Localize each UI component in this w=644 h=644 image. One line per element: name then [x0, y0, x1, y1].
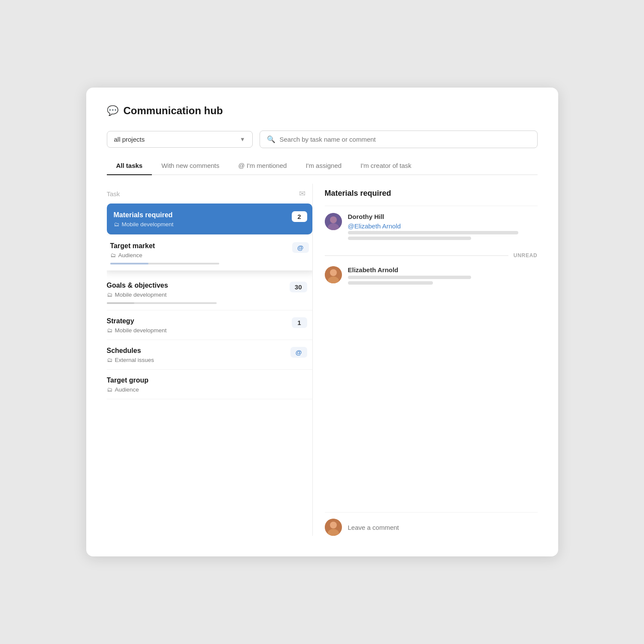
folder-icon: 🗂 [107, 357, 112, 363]
task-name: Strategy [107, 317, 167, 325]
comments-list: Dorothy Hill @Elizabeth Arnold UNREAD [325, 206, 538, 512]
task-progress-bar [110, 263, 220, 264]
task-project: 🗂 Mobile development [107, 292, 168, 298]
comment-line [348, 281, 433, 285]
comment-line [348, 237, 471, 240]
toolbar: all projects ▼ 🔍 [107, 131, 538, 148]
search-input[interactable] [280, 136, 530, 143]
app-window: 💬 Communication hub all projects ▼ 🔍 All… [86, 88, 558, 556]
comment-input[interactable] [348, 524, 538, 531]
task-project: 🗂 External issues [107, 357, 154, 363]
chat-icon: 💬 [107, 105, 118, 116]
app-title: Communication hub [124, 105, 223, 117]
folder-icon: 🗂 [114, 221, 119, 228]
task-name: Schedules [107, 347, 154, 355]
chevron-down-icon: ▼ [240, 136, 245, 143]
task-progress-fill [110, 263, 148, 264]
task-column-label: Task [107, 190, 120, 197]
header: 💬 Communication hub [107, 105, 538, 117]
avatar [325, 266, 342, 283]
task-list-header: Task ✉ [107, 184, 312, 204]
tab-new-comments[interactable]: With new comments [152, 157, 229, 175]
project-select[interactable]: all projects ▼ [107, 131, 253, 148]
task-badge-at: @ [292, 242, 309, 253]
task-badge: 2 [292, 211, 307, 222]
comment-line [348, 231, 519, 234]
task-list: Materials required 🗂 Mobile development … [107, 204, 312, 536]
main-content: Task ✉ Materials required 🗂 Mobile devel… [107, 184, 538, 536]
detail-panel: Materials required Dorothy Hill @Elizabe… [313, 184, 538, 536]
svg-point-1 [330, 216, 337, 223]
task-project: 🗂 Mobile development [114, 221, 174, 228]
folder-icon: 🗂 [107, 327, 112, 334]
svg-point-7 [330, 522, 337, 529]
folder-icon: 🗂 [107, 292, 112, 298]
search-icon: 🔍 [267, 135, 275, 143]
task-badge: 1 [292, 317, 307, 328]
task-project: 🗂 Mobile development [107, 327, 167, 334]
task-progress-fill [107, 302, 134, 304]
folder-icon: 🗂 [110, 252, 116, 258]
task-name: Materials required [114, 211, 174, 219]
task-name: Target market [110, 242, 155, 250]
user-avatar [325, 519, 342, 536]
task-badge: 30 [290, 282, 307, 292]
task-project: 🗂 Audience [110, 252, 155, 258]
comment-body: Elizabeth Arnold [348, 266, 538, 287]
detail-task-title: Materials required [325, 184, 538, 206]
folder-icon: 🗂 [107, 386, 112, 393]
envelope-icon: ✉ [299, 189, 305, 198]
task-project: 🗂 Audience [107, 386, 148, 393]
comment-author: Elizabeth Arnold [348, 266, 538, 273]
task-item-strategy[interactable]: Strategy 🗂 Mobile development 1 [107, 310, 312, 340]
comment-line [348, 276, 471, 279]
comment-input-area [325, 512, 538, 536]
project-select-value: all projects [114, 136, 145, 143]
tab-all-tasks[interactable]: All tasks [107, 157, 152, 175]
comment-item: Dorothy Hill @Elizabeth Arnold [325, 213, 538, 242]
tabs-bar: All tasks With new comments @ I'm mentio… [107, 157, 538, 175]
comment-item: Elizabeth Arnold [325, 266, 538, 287]
unread-label: UNREAD [514, 252, 538, 258]
task-name: Target group [107, 377, 148, 384]
search-box: 🔍 [260, 131, 538, 148]
svg-point-4 [330, 269, 337, 276]
task-item-schedules[interactable]: Schedules 🗂 External issues @ [107, 340, 312, 370]
unread-divider: UNREAD [325, 252, 538, 258]
task-item-materials-required[interactable]: Materials required 🗂 Mobile development … [107, 204, 312, 234]
tab-mentioned[interactable]: @ I'm mentioned [229, 157, 296, 175]
tab-assigned[interactable]: I'm assigned [296, 157, 351, 175]
task-item-target-group[interactable]: Target group 🗂 Audience [107, 370, 312, 399]
comment-body: Dorothy Hill @Elizabeth Arnold [348, 213, 538, 242]
task-list-panel: Task ✉ Materials required 🗂 Mobile devel… [107, 184, 313, 536]
task-name: Goals & objectives [107, 282, 168, 289]
task-progress-bar [107, 302, 217, 304]
unread-line-left [325, 255, 508, 256]
task-item-goals-objectives[interactable]: Goals & objectives 🗂 Mobile development … [107, 275, 312, 310]
comment-mention: @Elizabeth Arnold [348, 222, 538, 230]
avatar [325, 213, 342, 230]
comment-author: Dorothy Hill [348, 213, 538, 220]
task-item-target-market[interactable]: Target market 🗂 Audience @ [107, 235, 312, 270]
task-badge-at: @ [290, 347, 307, 358]
tab-creator[interactable]: I'm creator of task [351, 157, 421, 175]
